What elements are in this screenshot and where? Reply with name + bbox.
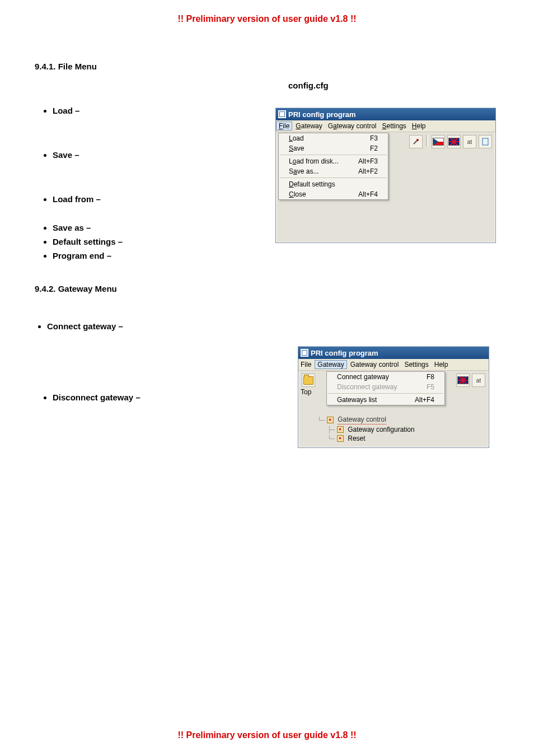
file-menu-load-from-disk[interactable]: Load from disk...Alt+F3 (279, 156, 388, 166)
page-footer: !! Preliminary version of user guide v1.… (0, 730, 534, 740)
menu-file[interactable]: File (301, 361, 311, 368)
file-menu-save[interactable]: SaveF2 (279, 143, 388, 153)
tree-node-gateway-configuration[interactable]: ├─Gateway configuration (327, 425, 415, 434)
config-filename-label: config.cfg (288, 81, 329, 90)
menu-help[interactable]: Help (412, 122, 426, 130)
document-icon (482, 138, 489, 146)
window-titlebar: PRI config program (298, 347, 489, 359)
screenshot-file-menu: PRI config program File Gateway Gateway … (275, 108, 496, 243)
tree-node-reset[interactable]: └─Reset (327, 434, 415, 443)
bullet-program-end: Program end – (53, 251, 499, 260)
toolbar-divider (426, 135, 428, 146)
menu-gateway-control[interactable]: Gateway control (350, 361, 399, 368)
folder-open-icon (303, 376, 313, 385)
menu-file[interactable]: File (276, 122, 292, 130)
tree-node-icon (337, 426, 344, 433)
plug-icon (412, 138, 420, 146)
toolbar-btn-connect[interactable] (409, 135, 423, 148)
menu-gateway[interactable]: Gateway (315, 360, 346, 369)
file-menu-close[interactable]: CloseAlt+F4 (279, 189, 388, 199)
gateway-dropdown: Connect gatewayF8 Disconnect gatewayF5 G… (326, 371, 445, 405)
toolbar-btn-at[interactable]: at (463, 135, 476, 148)
menu-settings[interactable]: Settings (404, 361, 428, 368)
nav-tree: └─Gateway control ├─Gateway configuratio… (314, 413, 418, 445)
tree-node-icon (327, 417, 334, 423)
toolbar-right: at (456, 374, 485, 387)
menubar: File Gateway Gateway control Settings He… (276, 120, 495, 132)
gateway-menu-disconnect: Disconnect gatewayF5 (327, 382, 444, 392)
toolbar-flag-uk[interactable] (447, 135, 461, 148)
menu-gateway[interactable]: Gateway (296, 122, 322, 130)
screenshot-gateway-menu: PRI config program File Gateway Gateway … (298, 346, 489, 448)
gateway-menu-connect[interactable]: Connect gatewayF8 (327, 372, 444, 382)
toolbar-flag-uk[interactable] (456, 374, 470, 387)
file-menu-load[interactable]: LoadF3 (279, 133, 388, 143)
tree-node-gateway-control[interactable]: └─Gateway control (317, 415, 415, 425)
section-heading-gateway-menu: 9.4.2. Gateway Menu (35, 284, 499, 293)
toolbar-btn-at[interactable]: at (472, 374, 485, 387)
window-title: PRI config program (311, 349, 378, 357)
flag-cz-icon (433, 138, 444, 146)
section-heading-file-menu: 9.4.1. File Menu (35, 62, 499, 71)
window-titlebar: PRI config program (276, 108, 495, 120)
menubar: File Gateway Gateway control Settings He… (298, 359, 489, 371)
flag-uk-icon (448, 138, 460, 146)
toolbar-flag-cz[interactable] (432, 135, 445, 148)
menu-help[interactable]: Help (434, 361, 448, 368)
menu-gateway-control[interactable]: Gateway control (328, 122, 377, 130)
toolbar-right: at (409, 135, 492, 148)
toolbar-open-button[interactable] (302, 374, 315, 387)
bullet-connect-gateway: Connect gateway – (47, 321, 499, 331)
toolbar-btn-doc[interactable] (479, 135, 492, 148)
menu-settings[interactable]: Settings (382, 122, 406, 130)
file-dropdown: LoadF3 SaveF2 Load from disk...Alt+F3 Sa… (278, 133, 388, 200)
file-menu-default-settings[interactable]: Default settings (279, 179, 388, 189)
file-menu-save-as[interactable]: Save as...Alt+F2 (279, 166, 388, 176)
file-menu-sep2 (280, 178, 387, 178)
svg-rect-1 (483, 138, 488, 145)
window-title: PRI config program (288, 110, 356, 119)
tree-node-icon (337, 435, 344, 442)
window-sys-icon (278, 110, 286, 118)
flag-uk-icon (457, 376, 469, 384)
window-sys-icon (301, 349, 308, 357)
file-menu-sep1 (280, 155, 387, 155)
page-header: !! Preliminary version of user guide v1.… (0, 0, 534, 24)
gateway-menu-list[interactable]: Gateways listAlt+F4 (327, 395, 444, 405)
top-label: Top (301, 388, 311, 396)
gateway-menu-sep (328, 393, 443, 394)
